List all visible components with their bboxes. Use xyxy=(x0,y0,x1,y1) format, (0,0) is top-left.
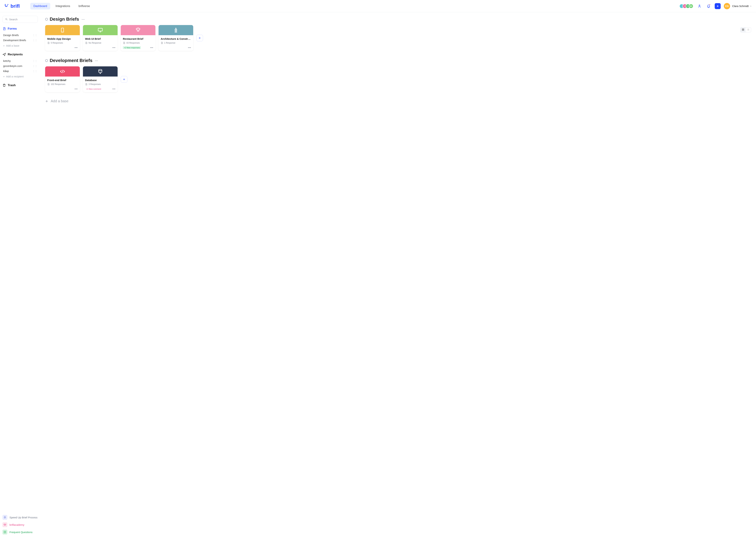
svg-rect-8 xyxy=(742,30,743,30)
drag-handle-icon[interactable]: ⋮⋮ xyxy=(32,39,37,42)
add-base-main-button[interactable]: Add a base xyxy=(45,99,751,103)
tab-integrations[interactable]: Integrations xyxy=(52,3,73,10)
collaborator-avatars[interactable]: F T BE xyxy=(681,4,693,8)
grid-icon xyxy=(742,28,744,31)
add-base-button[interactable]: + Add a base xyxy=(2,43,38,48)
collapse-icon[interactable] xyxy=(45,18,48,21)
sidebar-footer: Speed Up Brief Process briflacademy Freq… xyxy=(2,515,38,534)
sidebar-item-design-briefs[interactable]: Design Briefs ⋮⋮ xyxy=(2,32,38,38)
card-icon xyxy=(45,66,80,77)
drag-handle-icon[interactable]: ⋮⋮ xyxy=(32,60,37,62)
add-recipient-button[interactable]: + Add a recipient xyxy=(2,74,38,79)
sidebar-recipients-header[interactable]: Recipients xyxy=(2,53,38,56)
tab-dashboard[interactable]: Dashboard xyxy=(30,3,50,10)
drag-handle-icon[interactable]: ⋮⋮ xyxy=(32,70,37,73)
section-menu-icon[interactable]: ⋯ xyxy=(81,17,85,21)
add-card-button[interactable] xyxy=(196,35,203,41)
list-icon xyxy=(747,28,749,31)
svg-rect-12 xyxy=(98,28,102,31)
svg-point-2 xyxy=(6,19,7,20)
sidebar-item-development-briefs[interactable]: Development Briefs ⋮⋮ xyxy=(2,38,38,43)
account-icon[interactable] xyxy=(696,3,702,9)
svg-point-1 xyxy=(699,5,700,6)
brief-card[interactable]: Web UI BriefNo Response••• xyxy=(83,25,118,51)
responses-icon xyxy=(85,42,87,44)
add-card-button[interactable] xyxy=(121,76,127,83)
responses-icon xyxy=(123,42,125,44)
card-badge: +2 New responses xyxy=(123,46,141,49)
sidebar-forms-section: Forms Design Briefs ⋮⋮ Development Brief… xyxy=(2,27,38,48)
footer-faq-link[interactable]: Frequent Questions xyxy=(2,530,38,534)
responses-icon xyxy=(161,42,163,44)
list-view-button[interactable] xyxy=(746,27,751,32)
search-icon xyxy=(5,18,8,21)
responses-icon xyxy=(85,83,87,85)
logo-icon xyxy=(4,4,9,9)
footer-speed-link[interactable]: Speed Up Brief Process xyxy=(2,515,38,520)
card-title: Architecture & Construc... xyxy=(161,37,191,40)
footer-academy-link[interactable]: briflacademy xyxy=(2,522,38,527)
drag-handle-icon[interactable]: ⋮⋮ xyxy=(32,65,37,68)
logo[interactable]: brifl xyxy=(4,3,20,9)
card-menu-icon[interactable]: ••• xyxy=(150,46,153,49)
section-title-text: Design Briefs xyxy=(50,17,79,22)
avatar: BE xyxy=(689,4,693,8)
card-icon xyxy=(83,66,118,77)
brief-card[interactable]: Database3 Responses+1 New comment••• xyxy=(83,66,118,92)
send-icon xyxy=(2,53,6,56)
card-title: Restaurant Brief xyxy=(123,37,153,40)
topbar: brifl Dashboard Integrations briflverse … xyxy=(0,0,756,12)
grid-view-button[interactable] xyxy=(740,27,746,32)
form-icon xyxy=(2,27,6,30)
notifications-icon[interactable] xyxy=(706,3,712,9)
section-title: Design Briefs⋯ xyxy=(45,17,751,22)
brief-card[interactable]: Architecture & Construc...1 Response••• xyxy=(159,25,193,51)
main-content: Design Briefs⋯Mobile App Design5 Respons… xyxy=(40,12,756,538)
plus-icon: + xyxy=(3,75,5,78)
nav-tabs: Dashboard Integrations briflverse xyxy=(30,3,93,10)
drag-handle-icon[interactable]: ⋮⋮ xyxy=(32,34,37,36)
section-menu-icon[interactable]: ⋯ xyxy=(94,59,99,63)
card-icon xyxy=(83,25,118,35)
plus-icon: + xyxy=(3,44,5,47)
sidebar-forms-header[interactable]: Forms xyxy=(2,27,38,30)
card-icon xyxy=(121,25,155,35)
svg-rect-7 xyxy=(743,29,744,29)
card-menu-icon[interactable]: ••• xyxy=(74,46,78,49)
card-menu-icon[interactable]: ••• xyxy=(74,87,78,90)
sidebar: Forms Design Briefs ⋮⋮ Development Brief… xyxy=(0,12,40,538)
card-menu-icon[interactable]: ••• xyxy=(188,46,191,49)
svg-rect-6 xyxy=(742,29,743,29)
brief-card[interactable]: Mobile App Design5 Responses••• xyxy=(45,25,80,51)
plus-icon xyxy=(198,36,201,39)
card-badge: +1 New comment xyxy=(85,87,102,90)
user-name: Clara Schmidt xyxy=(732,5,749,8)
section-title: Development Briefs⋯ xyxy=(45,58,751,63)
create-button[interactable] xyxy=(715,3,721,9)
sidebar-item-recipient[interactable]: kåap ⋮⋮ xyxy=(2,69,38,74)
search-input[interactable] xyxy=(9,18,35,21)
card-title: Database xyxy=(85,79,116,81)
sidebar-trash[interactable]: Trash xyxy=(2,83,38,87)
card-menu-icon[interactable]: ••• xyxy=(112,87,116,90)
section-title-text: Development Briefs xyxy=(50,58,92,63)
trash-icon xyxy=(2,83,6,87)
view-toggle xyxy=(740,27,751,32)
chevron-up-icon xyxy=(750,5,752,7)
bell-icon xyxy=(2,515,7,520)
user-avatar[interactable]: CS xyxy=(724,3,730,9)
sidebar-forms-title: Forms xyxy=(8,27,17,30)
card-menu-icon[interactable]: ••• xyxy=(112,46,116,49)
notification-dot xyxy=(709,4,711,5)
collapse-icon[interactable] xyxy=(45,59,48,62)
search-box[interactable] xyxy=(2,16,38,23)
sidebar-item-recipient[interactable]: ketchy ⋮⋮ xyxy=(2,58,38,63)
sidebar-item-recipient[interactable]: gocenbeyin.com ⋮⋮ xyxy=(2,63,38,69)
card-meta: 5 Responses xyxy=(47,42,78,44)
tab-briflverse[interactable]: briflverse xyxy=(75,3,93,10)
brief-card[interactable]: Front-end Brief102 Responses••• xyxy=(45,66,80,92)
brief-card[interactable]: Restaurant Brief43 Responses+2 New respo… xyxy=(121,25,155,51)
card-meta: 1 Response xyxy=(161,42,191,44)
card-title: Front-end Brief xyxy=(47,79,78,81)
user-menu[interactable]: Clara Schmidt xyxy=(733,5,752,8)
